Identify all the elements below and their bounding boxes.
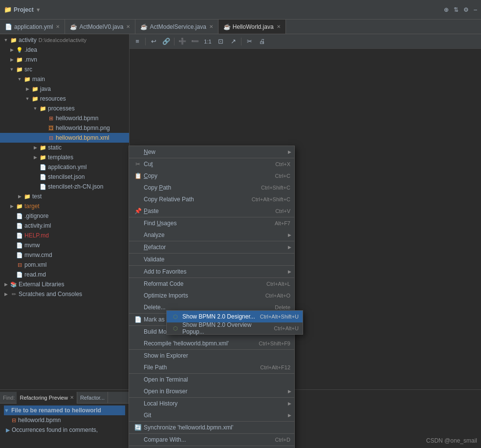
- cm-item-generate-xsd[interactable]: Generate XSD Schema from XML File...: [129, 446, 294, 448]
- tree-item-test[interactable]: ▶ 📁 test: [0, 192, 129, 201]
- tree-item-gitignore[interactable]: 📄 .gitignore: [0, 211, 129, 221]
- toolbar-icon-expand[interactable]: ↗: [228, 37, 238, 46]
- toolbar-icon-link[interactable]: 🔗: [161, 37, 171, 46]
- toolbar-icon-add[interactable]: ➕: [177, 37, 187, 46]
- tree-item-processes[interactable]: ▼ 📁 processes: [0, 104, 129, 113]
- tree-item-helloworld-bpmn[interactable]: ⊞ helloworld.bpmn: [0, 113, 129, 123]
- java-icon-2: ☕: [140, 23, 148, 30]
- tree-item-activity-iml[interactable]: 📄 activity.iml: [0, 221, 129, 231]
- toolbar-icon-print[interactable]: 🖨: [257, 37, 267, 46]
- cm-item-refactor[interactable]: Refactor: [129, 241, 294, 253]
- arrow-occurrences: ▶: [6, 427, 10, 433]
- toolbar-sep-2: [174, 38, 175, 45]
- sm-item-bpmn-designer[interactable]: ⬡ Show BPMN 2.0 Designer... Ctrl+Alt+Shi…: [167, 311, 303, 322]
- tree-item-mvnw-cmd[interactable]: 📄 mvnw.cmd: [0, 250, 129, 260]
- tab-actmodelv0[interactable]: ☕ ActModelV0.java ✕: [65, 20, 135, 34]
- tab-close-java3[interactable]: ✕: [277, 24, 281, 29]
- cm-item-favorites[interactable]: Add to Favorites: [129, 266, 294, 277]
- cm-item-compare[interactable]: Compare With... Ctrl+D: [129, 434, 294, 446]
- toolbar-icon-back[interactable]: ↩: [149, 37, 158, 46]
- cm-item-paste[interactable]: 📌 Paste Ctrl+V: [129, 205, 294, 217]
- cm-item-file-path[interactable]: File Path Ctrl+Alt+F12: [129, 362, 294, 373]
- tab-label: application.yml: [14, 23, 53, 30]
- tree-item-activity[interactable]: ▼ 📁 activity D:\idea\code\activity: [0, 35, 129, 45]
- tab-helloworld[interactable]: ☕ HelloWorld.java ✕: [219, 20, 286, 34]
- toolbar-icon-cut[interactable]: ✂: [244, 37, 254, 46]
- cm-icon-paste: 📌: [133, 206, 143, 216]
- bottom-occurrences-item[interactable]: ▶ Occurrences found in comments,: [4, 425, 125, 435]
- toolbar-icon-fit[interactable]: 1:1: [203, 37, 213, 46]
- tab-label-2: ActModelV0.java: [79, 23, 123, 30]
- tab-close-yml[interactable]: ✕: [56, 24, 60, 29]
- java-icon-1: ☕: [70, 23, 77, 30]
- tree-item-pom[interactable]: ⊟ pom.xml: [0, 260, 129, 270]
- sm-shortcut-bpmn-overview: Ctrl+Alt+U: [274, 325, 299, 331]
- tree-item-helloworld-bpmn-xml[interactable]: ⊟ helloworld.bpmn.xml: [0, 133, 129, 143]
- find-tab-refactoring[interactable]: Refactoring Preview ✕: [17, 392, 77, 404]
- tab-application-yml[interactable]: 📄 application.yml ✕: [0, 20, 65, 34]
- tree-item-app-yml[interactable]: 📄 application.yml: [0, 162, 129, 172]
- tree-item-read-md[interactable]: 📄 read.md: [0, 270, 129, 279]
- tree-item-helloworld-bpmn-png[interactable]: 🖼 helloworld.bpmn.png: [0, 123, 129, 133]
- tree-item-static[interactable]: ▶ 📁 static: [0, 143, 129, 152]
- toolbar-icon-frame[interactable]: ⊡: [216, 37, 225, 46]
- tree-item-main[interactable]: ▼ 📁 main: [0, 74, 129, 84]
- bottom-rename-item[interactable]: ▼ File to be renamed to helloworld: [4, 405, 125, 415]
- sync-icon[interactable]: ⇅: [454, 6, 459, 13]
- toolbar-icon-remove[interactable]: ➖: [190, 37, 200, 46]
- cm-item-find-usages[interactable]: Find Usages Alt+F7: [129, 217, 294, 229]
- add-icon[interactable]: ⊕: [444, 6, 449, 13]
- cm-item-copy[interactable]: 📋 Copy Ctrl+C: [129, 170, 294, 182]
- cm-item-open-terminal[interactable]: Open in Terminal: [129, 374, 294, 385]
- tree-item-help-md[interactable]: 📄 HELP.md: [0, 231, 129, 240]
- project-dropdown-icon[interactable]: ▼: [36, 7, 41, 13]
- tree-item-external-libs[interactable]: ▶ 📚 External Libraries: [0, 279, 129, 289]
- cm-item-show-explorer[interactable]: Show in Explorer: [129, 350, 294, 362]
- tree-item-stencilset[interactable]: 📄 stencilset.json: [0, 172, 129, 182]
- tab-close-java2[interactable]: ✕: [209, 24, 213, 29]
- cm-item-cut[interactable]: ✂ Cut Ctrl+X: [129, 158, 294, 170]
- cm-item-reformat[interactable]: Reformat Code Ctrl+Alt+L: [129, 278, 294, 290]
- find-tab-refactor[interactable]: Refactor...: [77, 392, 108, 404]
- cm-icon-browser: [133, 386, 143, 396]
- cm-item-local-history[interactable]: Local History: [129, 398, 294, 409]
- cm-item-recompile[interactable]: Recompile 'helloworld.bpmn.xml' Ctrl+Shi…: [129, 338, 294, 349]
- main-area: ▼ 📁 activity D:\idea\code\activity ▶ 💡 .…: [0, 34, 481, 389]
- folder-icon-static: 📁: [39, 144, 47, 151]
- tree-item-src[interactable]: ▼ 📁 src: [0, 64, 129, 74]
- cm-item-copy-rel-path[interactable]: Copy Relative Path Ctrl+Alt+Shift+C: [129, 193, 294, 205]
- cm-item-analyze[interactable]: Analyze: [129, 229, 294, 241]
- tree-item-java[interactable]: ▶ 📁 java: [0, 84, 129, 94]
- json-icon-1: 📄: [39, 173, 47, 181]
- json-icon-2: 📄: [39, 183, 47, 191]
- tree-item-resources[interactable]: ▼ 📁 resources: [0, 94, 129, 104]
- cm-label-validate: Validate: [144, 256, 290, 263]
- cm-icon-optimize: [133, 291, 143, 300]
- cm-item-new[interactable]: New: [129, 146, 294, 158]
- cm-item-optimize[interactable]: Optimize Imports Ctrl+Alt+O: [129, 290, 294, 301]
- sm-item-bpmn-overview[interactable]: ⬡ Show BPMN 2.0 Overview Popup... Ctrl+A…: [167, 322, 303, 334]
- tree-item-templates[interactable]: ▶ 📁 templates: [0, 152, 129, 162]
- tree-item-target[interactable]: ▶ 📁 target: [0, 201, 129, 211]
- minimize-icon[interactable]: –: [474, 6, 477, 13]
- tree-label-hw-xml: helloworld.bpmn.xml: [56, 134, 109, 141]
- cm-item-git[interactable]: Git: [129, 409, 294, 421]
- cm-item-synchronize[interactable]: 🔄 Synchronize 'helloworld.bpmn.xml': [129, 422, 294, 433]
- cm-item-copy-path[interactable]: Copy Path Ctrl+Shift+C: [129, 182, 294, 193]
- tree-item-scratches[interactable]: ▶ ✏ Scratches and Consoles: [0, 289, 129, 299]
- tree-item-stencilset-zh[interactable]: 📄 stencilset-zh-CN.json: [0, 182, 129, 192]
- tree-item-mvnw[interactable]: 📄 mvnw: [0, 240, 129, 250]
- cm-item-validate[interactable]: Validate: [129, 254, 294, 265]
- tree-item-mvn[interactable]: ▶ 📁 .mvn: [0, 55, 129, 64]
- tree-label-resources: resources: [40, 95, 66, 102]
- tree-item-idea[interactable]: ▶ 💡 .idea: [0, 45, 129, 55]
- bpmn-icon: ⊞: [47, 114, 55, 122]
- bottom-file-item[interactable]: ⊟ helloworld.bpmn: [4, 415, 125, 425]
- find-tab-close-refactoring[interactable]: ✕: [70, 395, 74, 400]
- arrow-processes: ▼: [31, 106, 39, 111]
- cm-item-open-browser[interactable]: Open in Browser: [129, 385, 294, 397]
- tab-actmodelservice[interactable]: ☕ ActModelService.java ✕: [135, 20, 218, 34]
- tab-close-java1[interactable]: ✕: [126, 24, 130, 29]
- settings-icon[interactable]: ⚙: [463, 6, 469, 13]
- toolbar-icon-menu[interactable]: ≡: [132, 37, 142, 46]
